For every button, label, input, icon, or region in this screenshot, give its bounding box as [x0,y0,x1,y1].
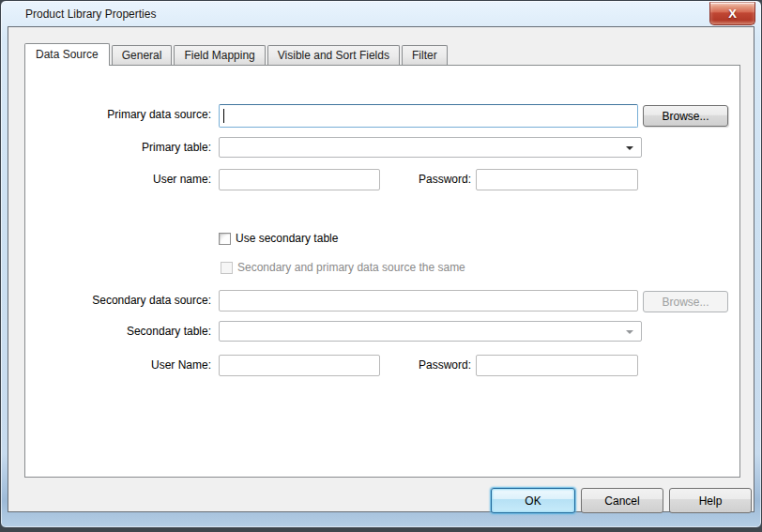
primary-password-input[interactable] [476,169,638,190]
ok-button[interactable]: OK [491,488,575,513]
tab-general[interactable]: General [112,45,173,65]
tab-visible-and-sort-fields[interactable]: Visible and Sort Fields [267,45,400,65]
tab-panel: Primary data source: Browse... Primary t… [24,65,740,478]
primary-password-label: Password: [288,173,471,186]
close-icon: X [728,8,737,20]
same-data-source-label: Secondary and primary data source the sa… [237,261,465,274]
primary-username-label: User name: [25,173,211,186]
tab-filter[interactable]: Filter [402,45,448,65]
use-secondary-table-checkbox[interactable] [219,233,231,245]
dialog-client-area: Data Source General Field Mapping Visibl… [8,26,754,512]
titlebar[interactable]: Product Library Properties X [1,1,761,27]
window-frame: Product Library Properties X Data Source… [0,0,762,528]
dialog-window: Product Library Properties X Data Source… [0,0,762,532]
tab-bar: Data Source General Field Mapping Visibl… [24,43,450,65]
text-caret [223,109,224,123]
chevron-down-icon [626,330,633,334]
secondary-data-source-input[interactable] [219,290,638,312]
primary-data-source-label: Primary data source: [25,108,211,121]
primary-browse-button[interactable]: Browse... [643,105,728,127]
secondary-username-label: User Name: [25,358,211,372]
primary-table-combobox[interactable] [219,137,642,158]
secondary-table-label: Secondary table: [25,325,211,338]
tab-data-source[interactable]: Data Source [24,43,110,66]
window-title: Product Library Properties [25,8,156,21]
secondary-browse-button: Browse... [643,291,728,312]
secondary-password-label: Password: [288,358,471,372]
tab-field-mapping[interactable]: Field Mapping [174,45,265,65]
secondary-data-source-label: Secondary data source: [25,294,211,307]
help-button[interactable]: Help [669,488,752,513]
primary-data-source-input[interactable] [219,104,638,128]
same-data-source-checkbox [221,262,233,274]
use-secondary-table-label[interactable]: Use secondary table [236,232,338,245]
close-button[interactable]: X [709,2,755,25]
cancel-button[interactable]: Cancel [581,488,663,513]
chevron-down-icon [626,146,633,150]
secondary-password-input[interactable] [476,355,638,376]
secondary-table-combobox [219,321,642,342]
primary-table-label: Primary table: [25,141,211,154]
